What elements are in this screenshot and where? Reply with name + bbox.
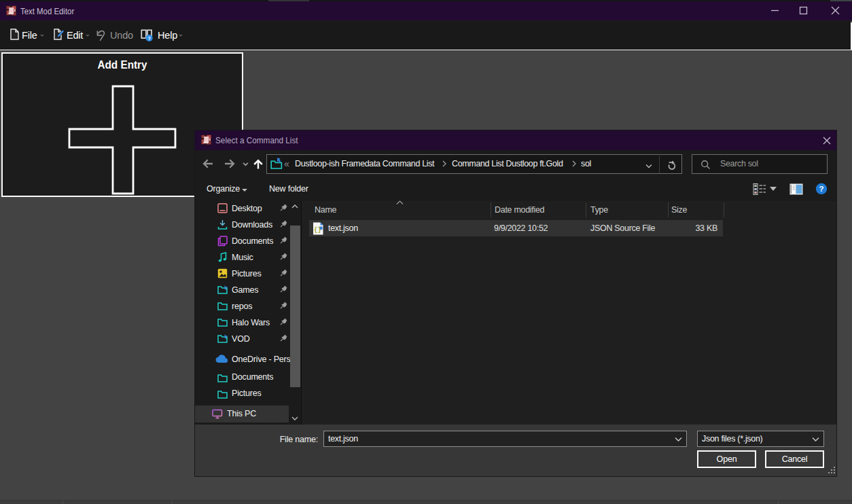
svg-text:?: ? (147, 35, 151, 41)
svg-text:{}: {} (314, 227, 321, 234)
